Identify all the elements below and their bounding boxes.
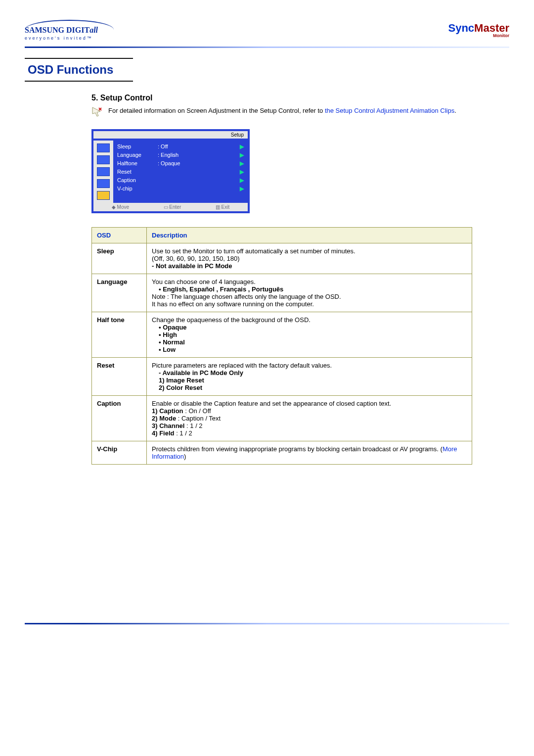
col-header-description: Description	[147, 228, 472, 243]
table-row: ResetPicture parameters are replaced wit…	[92, 358, 472, 396]
table-row: LanguageYou can choose one of 4 language…	[92, 274, 472, 312]
description-line: Note : The language chosen affects only …	[152, 293, 467, 300]
osd-menu-row: V-chip▶	[117, 185, 244, 193]
description-line: 1) Caption : On / Off	[152, 407, 467, 415]
table-row: SleepUse to set the Monitor to turn off …	[92, 243, 472, 274]
osd-name-cell: Reset	[92, 358, 147, 396]
osd-menu-label: Reset	[117, 169, 158, 175]
samsung-word: SAMSUNG DIGIT	[25, 26, 89, 34]
description-line: 2) Color Reset	[159, 384, 467, 391]
intro-text: For detailed information on Screen Adjus…	[108, 107, 325, 114]
osd-menu-row: Reset▶	[117, 168, 244, 176]
osd-menu-value: : Opaque	[158, 160, 240, 167]
description-cell: You can choose one of 4 languages.• Engl…	[147, 274, 472, 312]
osd-tab-icons	[93, 141, 113, 203]
osd-name-cell: Half tone	[92, 312, 147, 358]
description-line: You can choose one of 4 languages.	[152, 278, 467, 285]
osd-tab-icon	[97, 167, 110, 176]
chevron-right-icon: ▶	[240, 177, 244, 184]
description-line: Protects children from viewing inappropr…	[152, 445, 467, 460]
osd-name-cell: Caption	[92, 396, 147, 441]
description-cell: Protects children from viewing inappropr…	[147, 441, 472, 465]
col-header-osd: OSD	[92, 228, 147, 243]
osd-tab-icon	[97, 143, 110, 152]
footer-divider	[25, 623, 509, 624]
osd-name-cell: Sleep	[92, 243, 147, 274]
animation-clips-link[interactable]: the Setup Control Adjustment Animation C…	[325, 107, 454, 114]
master-word: Master	[474, 22, 509, 34]
sync-word: Sync	[448, 22, 474, 34]
osd-tab-icon	[97, 191, 110, 200]
osd-menu-value: : Off	[158, 143, 240, 150]
section-heading: 5. Setup Control	[91, 94, 509, 102]
description-line: Use to set the Monitor to turn off autom…	[152, 247, 467, 255]
osd-exit-label: Exit	[222, 204, 230, 210]
osd-menu-label: Caption	[117, 177, 158, 184]
osd-menu-label: Language	[117, 152, 158, 158]
samsung-digitall-logo: SAMSUNG DIGITall everyone's invited™	[25, 20, 114, 41]
osd-footer: ◆ Move ▭ Enter ▥ Exit	[93, 203, 248, 211]
chevron-right-icon: ▶	[240, 143, 244, 150]
syncmaster-logo: SyncMaster Monitor	[448, 23, 509, 38]
monitor-word: Monitor	[448, 34, 509, 38]
description-line: - Available in PC Mode Only	[159, 369, 467, 377]
description-line: 2) Mode : Caption / Text	[152, 415, 467, 422]
osd-enter-label: Enter	[169, 204, 181, 210]
description-line: - Not available in PC Mode	[152, 262, 467, 270]
chevron-right-icon: ▶	[240, 169, 244, 175]
samsung-tagline: everyone's invited™	[25, 36, 114, 41]
more-information-link[interactable]: More Information	[152, 445, 457, 460]
description-line: • High	[159, 331, 467, 338]
description-line: Change the opaqueness of the background …	[152, 316, 467, 324]
osd-menu-row: Sleep: Off▶	[117, 142, 244, 151]
osd-menu-label: V-chip	[117, 186, 158, 192]
chevron-right-icon: ▶	[240, 186, 244, 192]
pointer-icon	[91, 106, 102, 117]
header: SAMSUNG DIGITall everyone's invited™ Syn…	[25, 20, 509, 41]
osd-preview: Setup Sleep: Off▶Language: English▶Halft…	[91, 129, 250, 213]
description-line: • Opaque	[159, 324, 467, 331]
description-line: • English, Español , Français , Portuguê…	[159, 285, 467, 293]
section-intro: For detailed information on Screen Adjus…	[91, 106, 470, 117]
description-line: • Normal	[159, 338, 467, 346]
table-row: CaptionEnable or disable the Caption fea…	[92, 396, 472, 441]
osd-name-cell: V-Chip	[92, 441, 147, 465]
osd-menu-label: Halftone	[117, 160, 158, 167]
description-line: Enable or disable the Caption feature an…	[152, 400, 467, 407]
description-line: 3) Channel : 1 / 2	[152, 422, 467, 429]
description-line: It has no effect on any software running…	[152, 300, 467, 308]
osd-name-cell: Language	[92, 274, 147, 312]
osd-move-label: Move	[117, 204, 129, 210]
osd-menu-value	[158, 177, 240, 184]
osd-menu-label: Sleep	[117, 143, 158, 150]
page-title-block: OSD Functions	[25, 58, 133, 82]
description-line: (Off, 30, 60, 90, 120, 150, 180)	[152, 255, 467, 262]
description-line: 4) Field : 1 / 2	[152, 429, 467, 437]
osd-panel-title: Setup	[93, 131, 248, 139]
description-cell: Use to set the Monitor to turn off autom…	[147, 243, 472, 274]
osd-menu-value: : English	[158, 152, 240, 158]
description-cell: Enable or disable the Caption feature an…	[147, 396, 472, 441]
osd-menu-value	[158, 169, 240, 175]
osd-menu-value	[158, 186, 240, 192]
description-line: 1) Image Reset	[159, 377, 467, 384]
osd-description-table: OSD Description SleepUse to set the Moni…	[91, 227, 472, 465]
osd-menu-row: Language: English▶	[117, 151, 244, 159]
description-cell: Picture parameters are replaced with the…	[147, 358, 472, 396]
osd-menu-row: Halftone: Opaque▶	[117, 159, 244, 168]
description-cell: Change the opaqueness of the background …	[147, 312, 472, 358]
samsung-italic: all	[89, 26, 98, 34]
description-line: • Low	[159, 346, 467, 353]
page-title: OSD Functions	[28, 63, 113, 77]
chevron-right-icon: ▶	[240, 152, 244, 158]
description-line: Picture parameters are replaced with the…	[152, 362, 467, 369]
table-row: Half toneChange the opaqueness of the ba…	[92, 312, 472, 358]
osd-tab-icon	[97, 155, 110, 164]
table-row: V-ChipProtects children from viewing ina…	[92, 441, 472, 465]
osd-tab-icon	[97, 179, 110, 188]
chevron-right-icon: ▶	[240, 160, 244, 167]
header-divider	[25, 47, 509, 48]
osd-menu-row: Caption▶	[117, 176, 244, 185]
